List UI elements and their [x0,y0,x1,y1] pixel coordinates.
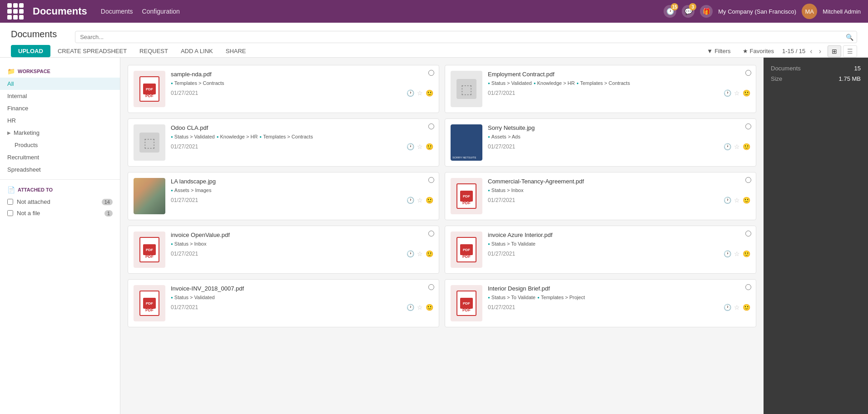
star-icon-3[interactable]: ☆ [417,143,423,150]
history-icon-4[interactable]: 🕐 [724,143,731,150]
star-icon-7[interactable]: ☆ [417,250,423,257]
history-icon-2[interactable]: 🕐 [724,89,731,97]
nav-documents[interactable]: Documents [101,8,133,15]
doc-radio-6[interactable] [745,177,751,183]
upload-button[interactable]: UPLOAD [11,45,50,57]
doc-thumb-1: PDF [134,71,165,107]
star-icon-1[interactable]: ☆ [417,89,423,97]
doc-card-7[interactable]: PDF invoice OpenValue.pdf Status > Inbox… [128,226,439,274]
sidebar-not-attached[interactable]: Not attached 14 [0,196,120,207]
doc-radio-3[interactable] [428,123,434,129]
emoji-icon-4[interactable]: 🙂 [743,143,750,150]
star-icon-10[interactable]: ☆ [734,304,740,311]
star-icon-2[interactable]: ☆ [734,89,740,97]
internal-label: Internal [7,93,27,99]
grid-view-button[interactable]: ⊞ [828,45,841,57]
app-grid-icon[interactable] [7,3,24,20]
history-icon-1[interactable]: 🕐 [407,89,414,97]
size-stat: Size 1.75 MB [771,75,861,82]
doc-radio-5[interactable] [428,177,434,183]
doc-radio-10[interactable] [745,284,751,290]
star-icon-8[interactable]: ☆ [734,250,740,257]
doc-card-4[interactable]: SORRY NETSUITE Sorry Netsuite.jpg Assets… [445,118,756,167]
sidebar-not-a-file[interactable]: Not a file 1 [0,207,120,219]
sidebar-item-all[interactable]: All [0,78,120,90]
doc-card-8[interactable]: PDF invoice Azure Interior.pdf Status > … [445,226,756,274]
activity-badge-btn[interactable]: 🕐 15 [664,5,676,18]
sidebar-item-marketing[interactable]: ▶ Marketing [0,127,120,139]
share-button[interactable]: SHARE [220,45,252,57]
sidebar-item-spreadsheet[interactable]: Spreadsheet [0,163,120,176]
not-a-file-checkbox[interactable] [7,210,13,216]
doc-select-4[interactable] [745,123,751,131]
emoji-icon-2[interactable]: 🙂 [743,89,750,97]
emoji-icon-7[interactable]: 🙂 [426,250,433,257]
doc-radio-7[interactable] [428,231,434,237]
doc-card-5[interactable]: LA landscape.jpg Assets > Images 01/27/2… [128,172,439,220]
list-view-button[interactable]: ☰ [843,45,857,57]
topnav: Documents Documents Configuration 🕐 15 💬… [0,0,868,23]
history-icon-3[interactable]: 🕐 [407,143,414,150]
doc-select-1[interactable] [428,70,434,77]
add-link-button[interactable]: ADD A LINK [175,45,218,57]
username[interactable]: Mitchell Admin [823,8,861,15]
history-icon-5[interactable]: 🕐 [407,197,414,204]
emoji-icon-6[interactable]: 🙂 [743,197,750,204]
sidebar-item-finance[interactable]: Finance [0,102,120,114]
doc-radio-2[interactable] [745,70,751,76]
next-page-button[interactable]: › [817,46,823,56]
doc-card-6[interactable]: PDF Commercial-Tenancy-Agreement.pdf Sta… [445,172,756,220]
search-input[interactable] [75,31,857,43]
star-icon-6[interactable]: ☆ [734,197,740,204]
star-icon-9[interactable]: ☆ [417,304,423,311]
nav-configuration[interactable]: Configuration [142,8,180,15]
favorites-button[interactable]: ★ Favorites [739,46,778,56]
doc-card-2[interactable]: ⬚ Employment Contract.pdf Status > Valid… [445,65,756,113]
emoji-icon-3[interactable]: 🙂 [426,143,433,150]
company-name[interactable]: My Company (San Francisco) [718,8,796,15]
doc-select-10[interactable] [745,284,751,291]
sidebar-item-products[interactable]: Products [0,139,120,151]
prev-page-button[interactable]: ‹ [808,46,814,56]
history-icon-10[interactable]: 🕐 [724,304,731,311]
filters-button[interactable]: ▼ Filters [703,46,734,56]
star-icon-4[interactable]: ☆ [734,143,740,150]
doc-radio-4[interactable] [745,123,751,129]
doc-select-7[interactable] [428,231,434,238]
not-attached-checkbox[interactable] [7,199,13,205]
doc-select-3[interactable] [428,123,434,131]
doc-card-3[interactable]: ⬚ Odoo CLA.pdf Status > Validated Knowle… [128,118,439,167]
history-icon-8[interactable]: 🕐 [724,250,731,257]
doc-select-2[interactable] [745,70,751,77]
emoji-icon-9[interactable]: 🙂 [426,304,433,311]
doc-card-9[interactable]: PDF Invoice-INV_2018_0007.pdf Status > V… [128,279,439,327]
doc-radio-1[interactable] [428,70,434,76]
search-icon[interactable]: 🔍 [846,34,853,41]
doc-date-5: 01/27/2021 [171,197,198,203]
sidebar-item-hr[interactable]: HR [0,114,120,127]
create-spreadsheet-button[interactable]: CREATE SPREADSHEET [52,45,132,57]
emoji-icon-1[interactable]: 🙂 [426,89,433,97]
emoji-icon-10[interactable]: 🙂 [743,304,750,311]
doc-radio-8[interactable] [745,231,751,237]
history-icon-9[interactable]: 🕐 [407,304,414,311]
history-icon-6[interactable]: 🕐 [724,197,731,204]
history-icon-7[interactable]: 🕐 [407,250,414,257]
emoji-icon-8[interactable]: 🙂 [743,250,750,257]
emoji-icon-5[interactable]: 🙂 [426,197,433,204]
doc-select-6[interactable] [745,177,751,184]
request-button[interactable]: REQUEST [134,45,174,57]
doc-select-9[interactable] [428,284,434,291]
message-badge-btn[interactable]: 💬 3 [682,5,694,18]
gift-btn[interactable]: 🎁 [700,5,713,18]
doc-radio-9[interactable] [428,284,434,290]
sidebar-item-recruitment[interactable]: Recruitment [0,151,120,163]
user-avatar[interactable]: MA [802,4,817,19]
doc-select-5[interactable] [428,177,434,184]
doc-card-1[interactable]: PDF sample-nda.pdf Templates > Contracts… [128,65,439,113]
star-icon-5[interactable]: ☆ [417,197,423,204]
doc-thumb-6: PDF [451,178,482,214]
sidebar-item-internal[interactable]: Internal [0,90,120,102]
doc-select-8[interactable] [745,231,751,238]
doc-card-10[interactable]: PDF Interior Design Brief.pdf Status > T… [445,279,756,327]
